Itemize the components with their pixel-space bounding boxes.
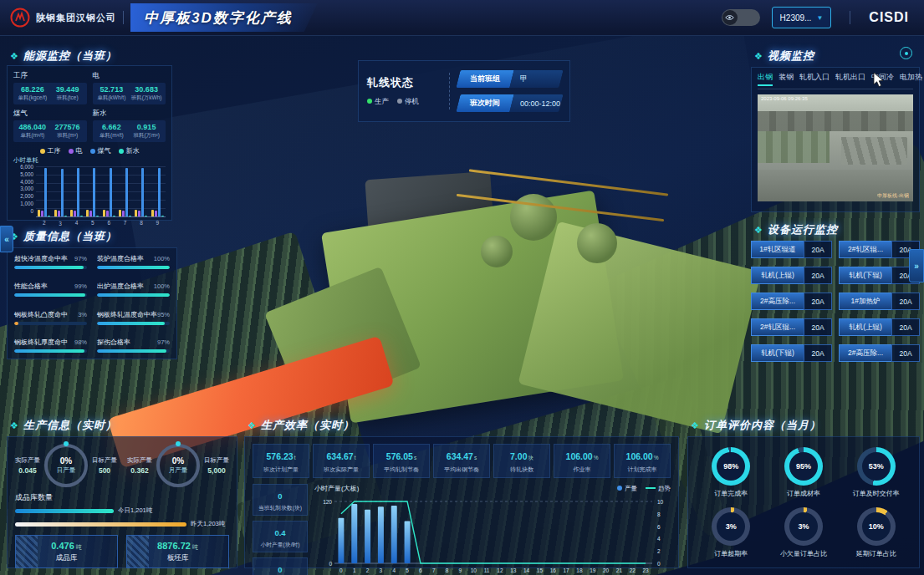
quality-value: 95% [157,311,170,318]
warehouse-unit: 吨 [76,544,82,550]
device-name: 2#轧区辊... [839,241,891,258]
bar [64,216,67,216]
device-pill[interactable]: 2#轧区辊... 20A [751,318,832,336]
device-pill[interactable]: 1#加热炉 20A [839,293,920,310]
output-gauge: 0% 日产量 [44,444,88,487]
quality-item: 探伤合格率 97% [97,338,170,353]
devices-list: 1#轧区辊道 20A 2#轧区辊... 20A 轧机(上辊) 20A 轧机(下辊… [751,241,920,362]
panel-diamond-icon: ❖ [10,420,19,431]
efficiency-metric-card: 634.67t 班次实际产量 [313,444,370,478]
svg-text:1: 1 [353,567,356,573]
order-kpi: 98% 订单完成率 [712,447,750,498]
quality-item: 钢板终轧厚度命中 98% [14,338,87,353]
devices-panel-title: ❖ 设备运行监控 [754,222,838,237]
quality-label: 钢板终轧温度命中率 [97,310,157,319]
metric-unit: t [355,455,356,461]
side-card-value: 0 [278,565,282,574]
device-pill[interactable]: 1#轧区辊道 20A [751,241,832,258]
collapse-right-tab[interactable]: » [909,249,924,282]
energy-panel: 工序 68.226 单耗(kgce/t) 39.449 班耗(tce) [7,65,172,221]
bar [93,168,95,216]
device-pill[interactable]: 2#高压除... 20A [751,293,832,310]
actual-output-label: 实际产量 [127,456,152,465]
device-name: 2#轧区辊... [751,318,804,336]
energy-section: 新水 6.662 单耗(m³/t) 0.915 班耗(万m³) [93,109,166,142]
quality-label: 装炉温度合格率 [97,254,144,263]
metric-value: 106.00 [626,451,653,461]
hourly-chart-legend: 产量趋势 [617,485,671,493]
energy-bar-group: 3 [54,169,67,217]
camera-viewport[interactable]: 2023-09-06 09:26:35 中厚板线-出钢 [758,94,913,201]
camera-tab[interactable]: 轧机出口 [835,72,865,86]
bar [80,216,83,216]
efficiency-metric-card: 634.47s 平均出钢节奏 [433,444,490,478]
svg-text:11: 11 [484,567,490,573]
bar [145,216,147,216]
device-pill[interactable]: 2#轧区辊... 20A [839,241,920,258]
collapse-left-tab[interactable]: « [0,226,13,252]
device-pill[interactable]: 轧机(下辊) 20A [751,344,832,362]
quality-progressbar [97,293,170,297]
warehouse-card[interactable]: 8876.72吨 板坯库 [126,535,229,568]
efficiency-metrics: 576.23t 班次计划产量 634.67t 班次实际产量 576.05s 平均… [253,444,671,478]
quality-label: 钢板终轧厚度命中 [14,338,68,347]
heat-number-dropdown[interactable]: H2309... ▼ [772,7,832,28]
energy-section-name: 煤气 [13,109,87,119]
energy-chart-plot: 23456789 [36,166,166,217]
legend-item: 产量 [617,485,637,493]
camera-tab[interactable]: 中间冷 [871,72,894,86]
axis-tick: 5 [91,220,94,226]
visibility-toggle[interactable] [722,9,760,26]
device-current-value: 20A [804,241,832,258]
bar [96,216,99,216]
svg-text:10: 10 [471,567,477,573]
svg-text:6: 6 [657,524,661,530]
device-current-value: 20A [891,293,920,310]
device-current-value: 20A [804,267,832,284]
target-output-value: 500 [92,466,117,475]
energy-bar-group: 9 [151,168,164,216]
device-pill[interactable]: 轧机(上辊) 20A [751,267,832,284]
camera-tab[interactable]: 轧机入口 [799,72,830,86]
order-percent: 3% [798,522,809,531]
side-card-value: 0 [278,491,282,501]
device-pill[interactable]: 轧机(下辊) 20A [839,267,920,284]
warehouse-unit: 吨 [192,544,198,550]
shift-badge-value: 甲 [520,74,528,84]
bar [54,210,57,216]
mill-status-panel: 轧线状态 生产 停机 当前班组 甲 班次时间 00:00-12:00 [358,60,570,122]
svg-text:18: 18 [576,567,583,573]
shift-badge-label: 班次时间 [470,98,500,109]
svg-text:15: 15 [537,567,544,573]
camera-tab[interactable]: 出钢 [758,72,773,86]
warehouse-value: 0.476 [51,541,74,551]
axis-tick: 9 [156,220,160,226]
quality-progress-fill [14,349,84,353]
camera-tabs: 出钢 装钢 轧机入口 轧机出口 中间冷 电加热 [758,72,913,89]
energy-bar-group: 7 [119,168,131,216]
quality-progress-fill [14,322,18,325]
axis-tick: 2 [43,220,46,226]
camera-tab[interactable]: 装钢 [779,72,794,86]
bar [113,216,115,216]
device-pill[interactable]: 轧机(上辊) 20A [839,318,920,336]
warehouse-card[interactable]: 0.476吨 成品库 [15,535,118,568]
svg-text:10: 10 [657,499,664,505]
device-pill[interactable]: 2#高压除... 20A [839,344,920,362]
warehouse-label: 成品库 [56,553,78,563]
bar [44,168,47,216]
efficiency-side-card: 0.4 小时产量(块/时) [253,521,308,552]
side-card-value: 0.4 [274,528,285,537]
video-expand-icon[interactable] [900,47,912,59]
order-percent: 10% [869,522,884,531]
quality-value: 97% [74,255,87,262]
order-percent: 95% [796,462,811,471]
legend-dot [617,486,622,491]
energy-bar-group: 5 [86,168,99,216]
axis-tick: 3 [59,221,62,226]
cisdi-logo: CISDI [869,10,909,25]
metric-label: 平均轧制节奏 [375,466,428,474]
efficiency-metric-card: 106.00% 作业率 [554,444,610,478]
energy-section-name: 电 [93,71,166,81]
status-legend-item: 生产 [367,97,389,107]
